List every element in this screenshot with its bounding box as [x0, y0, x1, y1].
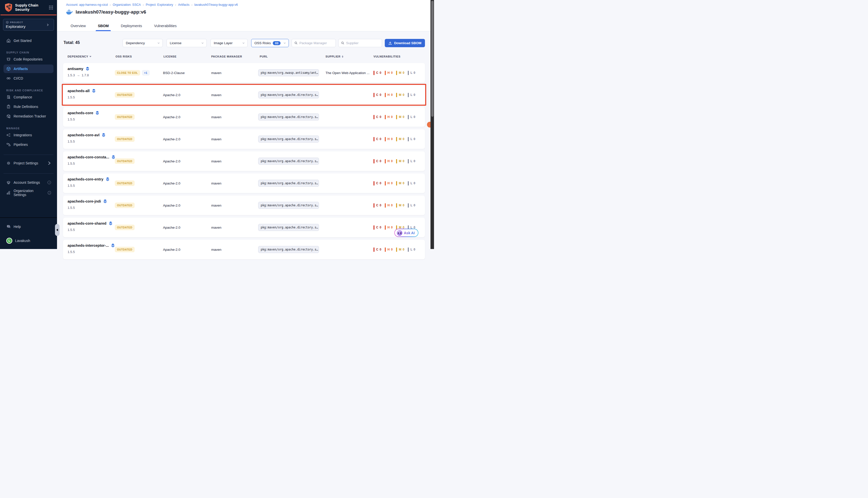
sidebar-item-get-started[interactable]: Get Started: [3, 36, 53, 45]
package-manager-input[interactable]: [299, 41, 333, 45]
sidebar-item-help[interactable]: ? Help: [3, 222, 53, 231]
severity-count-label: L 0: [410, 137, 415, 141]
sidebar-nav: Get StartedSUPPLY CHAINCode Repositories…: [0, 36, 57, 197]
purl-chip[interactable]: pkg:maven/org.apache.directory.s…: [258, 135, 319, 143]
sidebar-item-account-settings[interactable]: Account Settingsi: [3, 178, 53, 187]
sidebar-item-pipelines[interactable]: Pipelines: [3, 140, 53, 149]
breadcrumb-separator: ›: [110, 3, 111, 6]
severity-count-label: H 0: [388, 71, 393, 75]
nav-section-label: MANAGE: [3, 126, 53, 131]
severity-bar: [385, 93, 386, 97]
table-row[interactable]: antisamy 1.5.3→1.7.8 CLOSE TO EOL+1 BSD-…: [63, 63, 425, 82]
dependency-version: 1.5.5: [67, 206, 107, 210]
table-row[interactable]: apacheds-interceptor-... 1.5.5 OUTDATED …: [63, 240, 425, 249]
breadcrumb-item[interactable]: Project: Exploratory: [146, 3, 173, 6]
license-cell: Apache-2.0: [163, 152, 180, 171]
filter-license[interactable]: License: [167, 39, 207, 47]
scrollbar-thumb[interactable]: [431, 1, 433, 117]
breadcrumb-item[interactable]: lavakush07/easy-buggy-app:v6: [194, 3, 238, 6]
page-header: Account: app-harness-ng-cicd›Organizatio…: [57, 0, 430, 31]
main-content: Account: app-harness-ng-cicd›Organizatio…: [57, 0, 430, 249]
tab-bar: OverviewSBOMDeploymentsVulnerabilities: [70, 21, 177, 31]
info-icon[interactable]: i: [48, 181, 51, 184]
svg-text:?: ?: [8, 225, 9, 227]
sidebar-item-artifacts[interactable]: Artifacts: [3, 65, 53, 73]
table-row[interactable]: apacheds-core-consta... 1.5.5 OUTDATED A…: [63, 152, 425, 171]
info-icon[interactable]: i: [48, 191, 51, 195]
project-label: PROJECT: [10, 21, 23, 24]
table-row[interactable]: apacheds-all 1.5.5 OUTDATED Apache-2.0 m…: [63, 85, 425, 105]
severity-bar: [396, 115, 397, 119]
sidebar-item-organization-settings[interactable]: Organization Settingsi: [3, 188, 53, 197]
sidebar-item-compliance[interactable]: Compliance: [3, 93, 53, 101]
sidebar-collapse-handle[interactable]: [55, 224, 60, 236]
sidebar-item-project-settings[interactable]: Project Settings: [3, 159, 53, 167]
purl-chip[interactable]: pkg:maven/org.apache.directory.s…: [258, 114, 319, 120]
severity-bar: [396, 159, 397, 163]
table-row[interactable]: apacheds-core 1.5.5 OUTDATED Apache-2.0 …: [63, 107, 425, 127]
risk-badge: OUTDATED: [115, 92, 134, 97]
download-sbom-button[interactable]: Download SBOM: [385, 39, 425, 47]
severity-count-label: H 0: [388, 115, 393, 119]
purl-chip[interactable]: pkg:maven/org.apache.directory.s…: [258, 246, 319, 249]
filter-dependency[interactable]: Dependency: [122, 39, 163, 47]
tab-vulnerabilities[interactable]: Vulnerabilities: [154, 21, 177, 31]
tab-overview[interactable]: Overview: [70, 21, 86, 31]
package-manager-cell: maven: [211, 129, 221, 149]
purl-chip[interactable]: pkg:maven/org.apache.directory.s…: [258, 202, 319, 209]
vuln-count-low: L 0: [408, 93, 416, 97]
purl-chip[interactable]: pkg:maven/org.apache.directory.s…: [258, 180, 319, 187]
ask-ai-button[interactable]: Ask AI: [394, 229, 418, 237]
severity-bar: [385, 71, 386, 75]
breadcrumb-item[interactable]: Account: app-harness-ng-cicd: [66, 3, 108, 6]
tab-deployments[interactable]: Deployments: [120, 21, 143, 31]
app-logo: Supply Chain Security: [0, 0, 56, 15]
filter-oss-risks[interactable]: OSS Risks 03: [251, 39, 289, 47]
oss-risks-cell: OUTDATED: [115, 107, 134, 127]
user-menu[interactable]: L Lavakush: [3, 236, 53, 245]
table-row[interactable]: apacheds-core-jndi 1.5.5 OUTDATED Apache…: [63, 196, 425, 215]
chevron-right-icon: [47, 161, 51, 166]
breadcrumb-item[interactable]: Organization: SSCA: [113, 3, 141, 6]
vuln-count-low: L 0: [408, 115, 416, 119]
filter-image-layer[interactable]: Image Layer: [210, 39, 248, 47]
severity-count-label: M 0: [399, 159, 405, 163]
sidebar-item-integrations[interactable]: Integrations: [3, 131, 53, 139]
vuln-count-low: L 0: [408, 71, 416, 75]
sidebar-item-remediation-tracker[interactable]: Remediation Tracker: [3, 112, 53, 120]
supplier-input[interactable]: [346, 41, 379, 45]
filter-oss-risks-label: OSS Risks: [255, 41, 271, 45]
table-row[interactable]: apacheds-core-avl 1.5.5 OUTDATED Apache-…: [63, 129, 425, 149]
sidebar-item-label: Compliance: [14, 95, 32, 99]
severity-bar: [408, 137, 409, 141]
purl-chip[interactable]: pkg:maven/org.apache.directory.s…: [258, 91, 319, 99]
project-selector[interactable]: PROJECT Exploratory: [3, 19, 54, 31]
module-grid-icon[interactable]: [49, 5, 53, 10]
breadcrumb-separator: ›: [143, 3, 144, 6]
column-header-vulnerabilities: VULNERABILITIES: [374, 55, 400, 58]
column-header-supplier[interactable]: SUPPLIER: [325, 55, 343, 58]
sidebar-item-code-repositories[interactable]: Code Repositories: [3, 55, 53, 64]
tab-sbom[interactable]: SBOM: [97, 21, 109, 31]
license-cell: Apache-2.0: [163, 173, 180, 193]
table-row[interactable]: apacheds-core-entry 1.5.5 OUTDATED Apach…: [63, 173, 425, 193]
sidebar-item-ci-cd[interactable]: CI/CD: [3, 74, 53, 82]
purl-chip[interactable]: pkg:maven/org.apache.directory.s…: [258, 224, 319, 231]
severity-bar: [385, 248, 386, 249]
chevron-down-icon: [201, 42, 204, 44]
severity-bar: [374, 248, 375, 249]
breadcrumb-item[interactable]: Artifacts: [178, 3, 190, 6]
column-header-dependency[interactable]: DEPENDENCY: [67, 55, 91, 58]
scrollbar-track[interactable]: [430, 0, 434, 249]
purl-chip[interactable]: pkg:maven/org.apache.directory.s…: [258, 158, 319, 165]
pipelines-icon: [6, 142, 11, 147]
oss-risks-cell: OUTDATED: [115, 152, 134, 171]
purl-chip[interactable]: pkg:maven/org.owasp.antisamy/ant…: [258, 69, 319, 76]
table-row[interactable]: apacheds-core-shared 1.5.5 OUTDATED Apac…: [63, 218, 425, 237]
sidebar-item-rule-definitions[interactable]: Rule Definitions: [3, 102, 53, 111]
package-manager-cell: maven: [211, 107, 221, 127]
column-label: VULNERABILITIES: [374, 55, 400, 58]
license-cell: Apache-2.0: [163, 196, 180, 215]
more-risks-badge[interactable]: +1: [142, 70, 150, 76]
severity-bar: [396, 203, 397, 208]
